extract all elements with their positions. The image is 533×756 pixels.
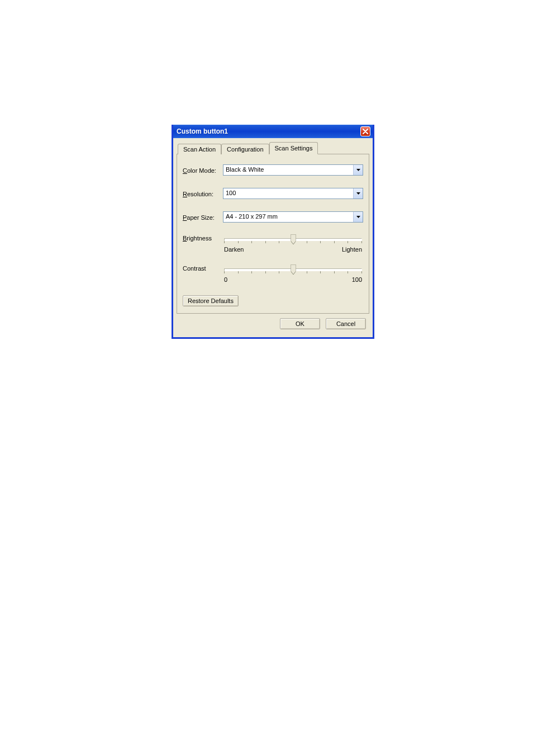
brightness-thumb[interactable] <box>291 234 296 244</box>
slider-thumb-icon <box>291 264 296 275</box>
dialog-footer: OK Cancel <box>177 314 369 332</box>
row-contrast: Contrast 0 100 <box>183 265 363 283</box>
contrast-labels: 0 100 <box>223 276 363 283</box>
tab-scan-action[interactable]: Scan Action <box>178 144 221 154</box>
contrast-slider[interactable]: 0 100 <box>223 265 363 283</box>
cancel-button[interactable]: Cancel <box>326 318 366 329</box>
row-resolution: Resolution: 100 <box>183 188 363 199</box>
tab-scan-settings[interactable]: Scan Settings <box>269 142 318 154</box>
contrast-right-label: 100 <box>352 276 362 283</box>
contrast-thumb[interactable] <box>291 264 296 275</box>
brightness-right-label: Lighten <box>342 246 362 253</box>
dialog-window: Custom button1 Scan Action Configuration… <box>172 125 374 339</box>
titlebar[interactable]: Custom button1 <box>173 125 373 138</box>
paper-size-value: A4 - 210 x 297 mm <box>223 212 353 222</box>
client-area: Scan Action Configuration Scan Settings … <box>173 138 373 337</box>
label-resolution: Resolution: <box>183 190 223 197</box>
row-color-mode: Color Mode: Black & White <box>183 164 363 176</box>
label-paper-size: Paper Size: <box>183 213 223 221</box>
color-mode-value: Black & White <box>223 165 353 175</box>
resolution-dropdown-arrow[interactable] <box>353 188 363 199</box>
tab-strip: Scan Action Configuration Scan Settings <box>177 141 369 154</box>
close-icon <box>363 129 368 134</box>
resolution-select[interactable]: 100 <box>223 188 363 199</box>
row-brightness: Brightness Darken Lighten <box>183 235 363 253</box>
slider-thumb-icon <box>291 234 296 244</box>
contrast-track[interactable] <box>223 265 363 274</box>
chevron-down-icon <box>356 192 360 195</box>
brightness-left-label: Darken <box>224 246 244 253</box>
tab-panel: Color Mode: Black & White Resolution: 10… <box>177 154 369 314</box>
restore-defaults-button[interactable]: Restore Defaults <box>183 295 239 306</box>
row-paper-size: Paper Size: A4 - 210 x 297 mm <box>183 211 363 223</box>
chevron-down-icon <box>356 216 360 218</box>
paper-size-dropdown-arrow[interactable] <box>353 212 363 222</box>
brightness-labels: Darken Lighten <box>223 246 363 253</box>
restore-row: Restore Defaults <box>183 295 363 306</box>
color-mode-dropdown-arrow[interactable] <box>353 165 363 175</box>
window-title: Custom button1 <box>177 127 228 135</box>
label-brightness: Brightness <box>183 235 223 242</box>
tab-configuration[interactable]: Configuration <box>221 144 269 154</box>
close-button[interactable] <box>360 126 370 136</box>
paper-size-select[interactable]: A4 - 210 x 297 mm <box>223 211 363 223</box>
brightness-track[interactable] <box>223 235 363 244</box>
ok-button[interactable]: OK <box>280 318 320 329</box>
label-contrast: Contrast <box>183 265 223 272</box>
chevron-down-icon <box>356 169 360 171</box>
brightness-slider[interactable]: Darken Lighten <box>223 235 363 253</box>
resolution-value: 100 <box>223 188 353 199</box>
label-color-mode: Color Mode: <box>183 166 223 174</box>
color-mode-select[interactable]: Black & White <box>223 164 363 176</box>
contrast-left-label: 0 <box>224 276 227 283</box>
